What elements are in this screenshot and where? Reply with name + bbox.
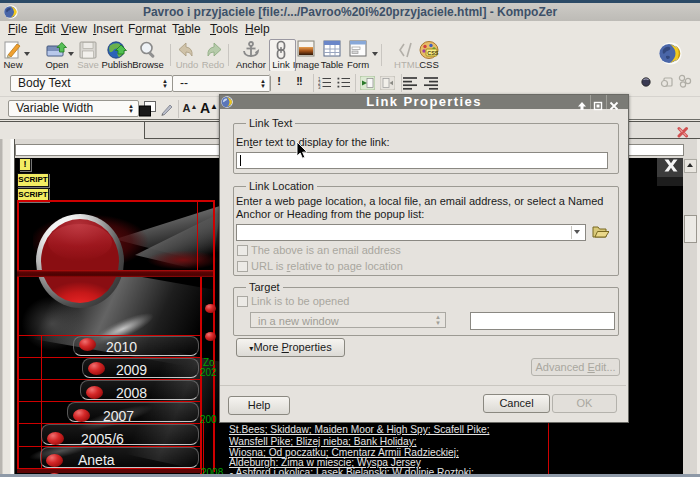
svg-text:CSS: CSS (427, 50, 439, 56)
svg-text:3: 3 (318, 85, 321, 89)
